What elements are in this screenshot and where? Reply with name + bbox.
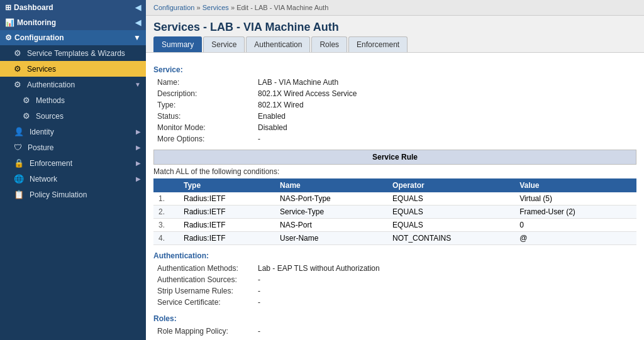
arrow-icon: ▶ — [136, 128, 141, 135]
field-service-cert: Service Certificate: - — [153, 297, 636, 308]
conditions-header-row: Type Name Operator Value — [153, 178, 636, 192]
arrow-icon: ▶ — [136, 160, 141, 167]
auth-section-title: Authentication: — [153, 251, 636, 260]
breadcrumb-sep2: » — [231, 4, 236, 11]
row-name-3: NAS-Port — [275, 219, 387, 232]
network-icon: 🌐 — [14, 174, 24, 184]
roles-info-table: Role Mapping Policy: - — [153, 326, 636, 337]
service-section-title: Service: — [153, 65, 636, 74]
row-value-3: 0 — [514, 219, 636, 232]
service-info-table: Name: LAB - VIA Machine Auth Description… — [153, 77, 636, 145]
sidebar-label-enforcement: Enforcement — [30, 159, 72, 168]
identity-icon: 👤 — [14, 127, 24, 136]
posture-icon: 🛡 — [14, 143, 22, 152]
sidebar-item-policy-simulation[interactable]: 📋 Policy Simulation — [0, 187, 146, 202]
row-name-4: User-Name — [275, 232, 387, 245]
rule-header: Service Rule — [153, 150, 636, 165]
tab-service[interactable]: Service — [203, 36, 245, 52]
value-service-cert: - — [254, 297, 636, 308]
row-type-4: Radius:IETF — [179, 232, 275, 245]
value-strip-username: - — [254, 285, 636, 297]
sidebar-label-network: Network — [30, 175, 57, 184]
sidebar-item-identity[interactable]: 👤 Identity ▶ — [0, 124, 146, 140]
breadcrumb-config[interactable]: Configuration — [153, 4, 194, 11]
field-more-options: More Options: - — [153, 133, 636, 145]
sidebar-item-enforcement[interactable]: 🔒 Enforcement ▶ — [0, 155, 146, 171]
table-row: 1. Radius:IETF NAS-Port-Type EQUALS Virt… — [153, 192, 636, 206]
auth-icon: ⚙ — [14, 80, 21, 89]
tab-authentication[interactable]: Authentication — [246, 36, 310, 52]
tab-summary[interactable]: Summary — [153, 36, 202, 52]
sidebar-item-service-templates[interactable]: ⚙ Service Templates & Wizards — [0, 45, 146, 61]
sidebar-item-services[interactable]: ⚙ Services — [0, 61, 146, 77]
row-type-1: Radius:IETF — [179, 192, 275, 206]
value-role-mapping: - — [254, 326, 636, 337]
tab-roles[interactable]: Roles — [311, 36, 347, 52]
label-role-mapping: Role Mapping Policy: — [153, 326, 254, 337]
col-type: Type — [179, 178, 275, 192]
row-num-2: 2. — [153, 206, 179, 219]
breadcrumb-sep1: » — [197, 4, 203, 11]
row-value-2: Framed-User (2) — [514, 206, 636, 219]
field-strip-username: Strip Username Rules: - — [153, 285, 636, 297]
label-service-cert: Service Certificate: — [153, 297, 254, 308]
label-more-options: More Options: — [153, 133, 254, 145]
row-operator-3: EQUALS — [387, 219, 514, 232]
breadcrumb-current: Edit - LAB - VIA Machine Auth — [236, 4, 328, 11]
sidebar-item-sources[interactable]: ⚙ Sources — [0, 108, 146, 124]
row-value-4: @ — [514, 232, 636, 245]
value-monitor-mode: Disabled — [254, 122, 636, 133]
sidebar-label-policy-simulation: Policy Simulation — [30, 190, 87, 199]
field-description: Description: 802.1X Wired Access Service — [153, 88, 636, 99]
tab-enforcement[interactable]: Enforcement — [348, 36, 408, 52]
value-status: Enabled — [254, 111, 636, 122]
sidebar-item-posture[interactable]: 🛡 Posture ▶ — [0, 140, 146, 155]
field-status: Status: Enabled — [153, 111, 636, 122]
row-type-2: Radius:IETF — [179, 206, 275, 219]
value-auth-sources: - — [254, 274, 636, 285]
row-num-3: 3. — [153, 219, 179, 232]
page-title: Services - LAB - VIA Machine Auth — [146, 16, 644, 36]
table-row: 4. Radius:IETF User-Name NOT_CONTAINS @ — [153, 232, 636, 245]
field-auth-methods: Authentication Methods: Lab - EAP TLS wi… — [153, 263, 636, 274]
row-operator-4: NOT_CONTAINS — [387, 232, 514, 245]
rule-match-text: Match ALL of the following conditions: — [153, 165, 636, 178]
tab-bar: Summary Service Authentication Roles Enf… — [146, 36, 644, 53]
field-monitor-mode: Monitor Mode: Disabled — [153, 122, 636, 133]
sidebar: ⊞ Dashboard ◀ 📊 Monitoring ◀ ⚙ Configura… — [0, 0, 146, 340]
sidebar-item-methods[interactable]: ⚙ Methods — [0, 92, 146, 108]
value-name: LAB - VIA Machine Auth — [254, 77, 636, 88]
auth-info-table: Authentication Methods: Lab - EAP TLS wi… — [153, 263, 636, 308]
table-row: 2. Radius:IETF Service-Type EQUALS Frame… — [153, 206, 636, 219]
row-name-2: Service-Type — [275, 206, 387, 219]
sidebar-item-authentication[interactable]: ⚙ Authentication ▼ — [0, 77, 146, 92]
table-row: 3. Radius:IETF NAS-Port EQUALS 0 — [153, 219, 636, 232]
sidebar-label-authentication: Authentication — [27, 80, 75, 89]
row-num-1: 1. — [153, 192, 179, 206]
methods-icon: ⚙ — [23, 96, 30, 105]
value-auth-methods: Lab - EAP TLS without Authorization — [254, 263, 636, 274]
arrow-icon: ◀ — [135, 3, 141, 12]
templates-icon: ⚙ — [14, 48, 21, 58]
sidebar-label-identity: Identity — [30, 128, 54, 136]
field-auth-sources: Authentication Sources: - — [153, 274, 636, 285]
sidebar-item-dashboard[interactable]: ⊞ Dashboard ◀ — [0, 0, 146, 15]
row-type-3: Radius:IETF — [179, 219, 275, 232]
row-name-1: NAS-Port-Type — [275, 192, 387, 206]
value-type: 802.1X Wired — [254, 99, 636, 111]
breadcrumb: Configuration » Services » Edit - LAB - … — [146, 0, 644, 16]
sidebar-item-network[interactable]: 🌐 Network ▶ — [0, 171, 146, 187]
label-auth-methods: Authentication Methods: — [153, 263, 254, 274]
sidebar-item-configuration[interactable]: ⚙ Configuration ▼ — [0, 30, 146, 45]
arrow-icon: ▼ — [135, 81, 141, 88]
row-value-1: Virtual (5) — [514, 192, 636, 206]
breadcrumb-services[interactable]: Services — [203, 4, 229, 11]
field-name: Name: LAB - VIA Machine Auth — [153, 77, 636, 88]
sidebar-label-configuration: Configuration — [14, 33, 64, 42]
arrow-icon: ▶ — [136, 175, 141, 182]
sidebar-item-monitoring[interactable]: 📊 Monitoring ◀ — [0, 15, 146, 30]
field-type: Type: 802.1X Wired — [153, 99, 636, 111]
sidebar-label-methods: Methods — [36, 96, 65, 105]
value-more-options: - — [254, 133, 636, 145]
label-name: Name: — [153, 77, 254, 88]
